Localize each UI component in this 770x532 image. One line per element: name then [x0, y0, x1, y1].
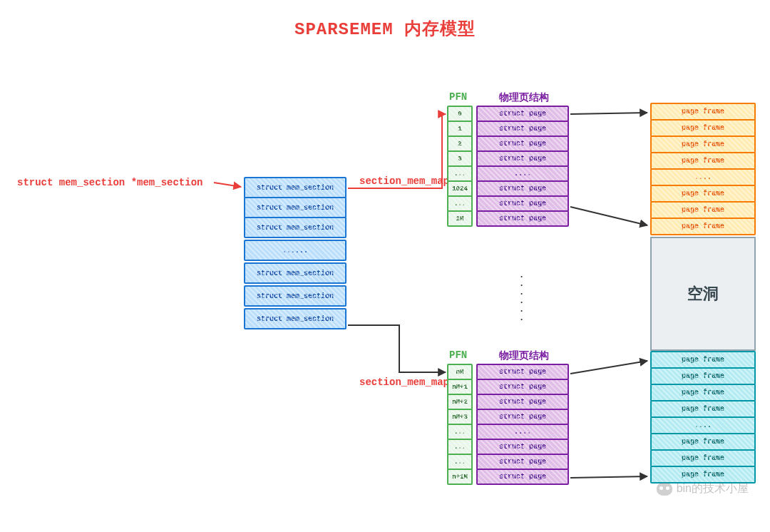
label-pointer: struct mem_section *mem_section — [17, 177, 202, 188]
arrow-page-to-frame — [570, 113, 647, 114]
struct-page-cell: struct page — [476, 439, 569, 455]
pfn-cell: 2 — [447, 135, 473, 152]
page-frame-cell: page frame — [650, 103, 756, 121]
page-frame-cell: page frame — [650, 449, 756, 467]
watermark: bin的技术小屋 — [657, 481, 749, 496]
pfn-cell: nM+3 — [447, 409, 473, 425]
wechat-icon — [657, 483, 672, 496]
gap-box: 空洞 — [650, 237, 756, 351]
pfn-cell: ... — [447, 454, 473, 470]
struct-page-cell: struct page — [476, 469, 569, 485]
arrow-page-to-frame — [570, 207, 647, 225]
mem-section-cell: struct mem_section — [244, 217, 346, 238]
pfn-cell: nM+1 — [447, 379, 473, 395]
arrow-pointer — [214, 183, 241, 187]
struct-page-cell: .... — [476, 424, 569, 440]
page-frame-cell: page frame — [650, 384, 756, 401]
pfn-column-bottom: nM nM+1 nM+2 nM+3 ... ... ... n+1M — [447, 365, 473, 485]
page-frame-cell: page frame — [650, 433, 756, 451]
pfn-cell: nM+2 — [447, 394, 473, 410]
pfn-cell: ... — [447, 424, 473, 440]
struct-page-cell: struct page — [476, 180, 569, 197]
struct-page-cell: struct page — [476, 379, 569, 395]
page-frame-cell: page frame — [650, 367, 756, 385]
pfn-cell: nM — [447, 364, 473, 380]
page-frame-cell: page frame — [650, 152, 756, 170]
struct-page-cell: struct page — [476, 210, 569, 227]
pfn-cell: 0 — [447, 106, 473, 122]
label-section-map-bottom: section_mem_map — [359, 377, 449, 388]
arrow-page-to-frame — [570, 476, 647, 478]
page-frame-cell: page frame — [650, 218, 756, 235]
struct-header-bottom: 物理页结构 — [499, 349, 549, 362]
pfn-cell: ... — [447, 439, 473, 455]
pfn-cell: 1024 — [447, 180, 473, 197]
struct-page-cell: struct page — [476, 454, 569, 470]
mem-section-cell: struct mem_section — [244, 177, 346, 198]
pfn-column-top: 0 1 2 3 ... 1024 ... 1M — [447, 107, 473, 227]
pfn-header-top: PFN — [449, 91, 467, 103]
pfn-cell: 3 — [447, 150, 473, 167]
page-frame-cell: .... — [650, 416, 756, 434]
struct-page-cell: struct page — [476, 150, 569, 167]
mem-section-cell: struct mem_section — [244, 285, 346, 307]
struct-page-cell: struct page — [476, 195, 569, 212]
struct-page-cell: struct page — [476, 106, 569, 122]
arrow-section-map-bottom — [348, 325, 446, 372]
struct-page-cell: struct page — [476, 121, 569, 137]
watermark-text: bin的技术小屋 — [677, 481, 749, 496]
pfn-cell: 1M — [447, 210, 473, 227]
diagram-title: SPARSEMEM 内存模型 — [0, 17, 770, 40]
mem-section-cell: ...... — [244, 240, 346, 261]
page-frame-cell: page frame — [650, 119, 756, 137]
page-frame-cell: .... — [650, 168, 756, 186]
struct-header-top: 物理页结构 — [499, 91, 549, 104]
pfn-cell: ... — [447, 165, 473, 182]
page-frame-cell: page frame — [650, 185, 756, 203]
page-frame-cell: page frame — [650, 351, 756, 369]
struct-page-cell: .... — [476, 165, 569, 182]
struct-page-cell: struct page — [476, 135, 569, 152]
mem-section-cell: struct mem_section — [244, 262, 346, 284]
struct-page-cell: struct page — [476, 394, 569, 410]
page-frame-cell: page frame — [650, 201, 756, 219]
mem-section-column: struct mem_section struct mem_section st… — [244, 178, 346, 329]
page-frame-column-top: page frame page frame page frame page fr… — [650, 104, 756, 235]
mem-section-cell: struct mem_section — [244, 308, 346, 329]
mem-section-cell: struct mem_section — [244, 197, 346, 218]
label-section-map-top: section_mem_map — [359, 175, 449, 187]
pfn-cell: n+1M — [447, 469, 473, 485]
page-frame-cell: page frame — [650, 400, 756, 418]
struct-page-cell: struct page — [476, 409, 569, 425]
page-frame-column-bottom: page frame page frame page frame page fr… — [650, 352, 756, 484]
arrow-page-to-frame — [570, 361, 647, 374]
struct-page-column-top: struct page struct page struct page stru… — [476, 107, 569, 227]
pfn-cell: ... — [447, 195, 473, 212]
pfn-header-bottom: PFN — [449, 349, 467, 361]
struct-page-column-bottom: struct page struct page struct page stru… — [476, 365, 569, 485]
vertical-dots: ...... — [519, 271, 524, 322]
page-frame-cell: page frame — [650, 135, 756, 153]
struct-page-cell: struct page — [476, 364, 569, 380]
pfn-cell: 1 — [447, 121, 473, 137]
